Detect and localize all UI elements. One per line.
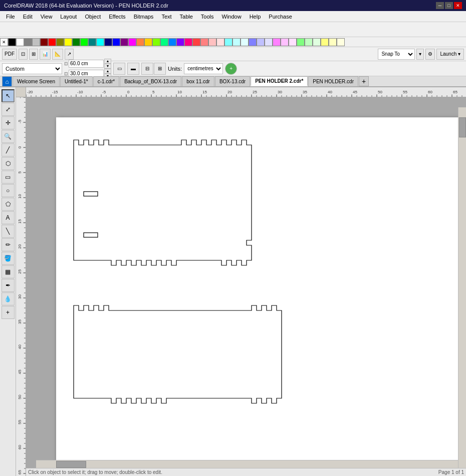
width-up[interactable]: ▲ [104, 59, 111, 64]
color-swatch-5[interactable] [48, 38, 56, 46]
doc-tab-7[interactable]: PEN HOLDER.cdr [308, 76, 358, 86]
units-select[interactable]: centimetres inches millimetres pixels [184, 63, 223, 74]
color-swatch-32[interactable] [265, 38, 273, 46]
pen-tool[interactable]: ✏ [2, 238, 15, 251]
color-swatch-41[interactable] [337, 38, 345, 46]
color-swatch-36[interactable] [297, 38, 305, 46]
add-tab-button[interactable]: + [359, 76, 369, 86]
doc-tab-2[interactable]: c-1.cdr* [93, 76, 119, 86]
select-tool[interactable]: ↖ [2, 89, 15, 102]
color-swatch-18[interactable] [152, 38, 160, 46]
add-tool[interactable]: + [2, 306, 15, 319]
canvas-content[interactable]: Click on object to select it; drag to mo… [26, 97, 466, 476]
color-swatch-2[interactable] [24, 38, 32, 46]
color-swatch-11[interactable] [96, 38, 104, 46]
calligraphy-tool[interactable]: ✒ [2, 279, 15, 292]
text-tool[interactable]: A [2, 211, 15, 224]
color-swatch-30[interactable] [249, 38, 257, 46]
menu-item-text[interactable]: Text [157, 13, 175, 21]
menu-item-table[interactable]: Table [176, 13, 197, 21]
color-swatch-1[interactable] [16, 38, 24, 46]
menu-item-file[interactable]: File [2, 13, 19, 21]
scrollbar-vertical[interactable] [458, 107, 466, 468]
color-swatch-26[interactable] [216, 38, 224, 46]
dropper-tool[interactable]: 💧 [2, 292, 15, 305]
graph-button[interactable]: 📊 [40, 49, 51, 60]
measure-button[interactable]: 📐 [52, 49, 63, 60]
grid-button[interactable]: ⊞ [154, 63, 166, 75]
color-swatch-39[interactable] [321, 38, 329, 46]
color-swatch-34[interactable] [281, 38, 289, 46]
maximize-button[interactable]: □ [445, 2, 453, 9]
bezier-tool[interactable]: ⬡ [2, 157, 15, 170]
snap-select[interactable]: Snap To Grid Guidelines [378, 49, 415, 60]
color-swatch-14[interactable] [120, 38, 128, 46]
color-swatch-4[interactable] [40, 38, 48, 46]
canvas-area[interactable]: Click on object to select it; drag to mo… [16, 87, 466, 476]
color-swatch-23[interactable] [192, 38, 200, 46]
menu-item-view[interactable]: View [37, 13, 57, 21]
freehand-tool[interactable]: ╱ [2, 143, 15, 156]
color-swatch-35[interactable] [289, 38, 297, 46]
rectangle-tool[interactable]: ▭ [2, 171, 15, 184]
color-swatch-17[interactable] [144, 38, 152, 46]
menu-item-edit[interactable]: Edit [19, 13, 37, 21]
color-swatch-9[interactable] [80, 38, 88, 46]
ellipse-tool[interactable]: ○ [2, 184, 15, 197]
pdf-button[interactable]: PDF [2, 49, 17, 60]
color-swatch-37[interactable] [305, 38, 313, 46]
menu-item-purchase[interactable]: Purchase [265, 13, 296, 21]
color-swatch-24[interactable] [200, 38, 208, 46]
minimize-button[interactable]: ─ [436, 2, 444, 9]
table-button[interactable]: ⊞ [29, 49, 38, 60]
doc-tab-0[interactable]: Welcome Screen [13, 76, 60, 86]
menu-item-window[interactable]: Window [218, 13, 246, 21]
color-swatch-12[interactable] [104, 38, 112, 46]
color-swatch-3[interactable] [32, 38, 40, 46]
color-swatch-7[interactable] [64, 38, 72, 46]
menu-item-bitmaps[interactable]: Bitmaps [130, 13, 158, 21]
zoom-tool[interactable]: 🔍 [2, 130, 15, 143]
color-swatch-21[interactable] [176, 38, 184, 46]
color-swatch-19[interactable] [160, 38, 168, 46]
color-swatch-25[interactable] [208, 38, 216, 46]
color-swatch-28[interactable] [232, 38, 241, 46]
menu-item-effects[interactable]: Effects [105, 13, 129, 21]
no-fill-swatch[interactable]: ✕ [0, 38, 8, 46]
preset-select[interactable]: Custom Letter A4 [2, 63, 62, 74]
pointer-button[interactable]: ↗ [65, 49, 74, 60]
color-swatch-33[interactable] [273, 38, 281, 46]
settings-button[interactable]: ⚙ [425, 49, 435, 60]
color-swatch-8[interactable] [72, 38, 80, 46]
color-swatch-38[interactable] [313, 38, 321, 46]
menu-item-tools[interactable]: Tools [197, 13, 218, 21]
page-layout-button[interactable]: ⊟ [141, 63, 153, 75]
width-input[interactable] [69, 60, 104, 68]
pan-tool[interactable]: ✛ [2, 116, 15, 129]
fill-tool[interactable]: 🪣 [2, 252, 15, 265]
scrollbar-horizontal[interactable] [36, 460, 458, 468]
zoom-to-fit[interactable]: ⊡ [19, 49, 28, 60]
doc-tab-3[interactable]: Backup_of_BOX-13.cdr [120, 76, 181, 86]
color-swatch-16[interactable] [136, 38, 144, 46]
width-down[interactable]: ▼ [104, 64, 111, 69]
landscape-button[interactable]: ▬ [127, 63, 139, 75]
portrait-button[interactable]: ▭ [113, 63, 125, 75]
node-tool[interactable]: ⤢ [2, 103, 15, 116]
doc-tab-1[interactable]: Untitled-1* [60, 76, 93, 86]
polygon-tool[interactable]: ⬠ [2, 198, 15, 211]
snap-chevron[interactable]: ▾ [416, 49, 424, 60]
color-swatch-15[interactable] [128, 38, 136, 46]
menu-item-object[interactable]: Object [81, 13, 105, 21]
line-tool[interactable]: ╲ [2, 225, 15, 238]
tab-home[interactable]: ⌂ [2, 76, 12, 86]
launch-button[interactable]: Launch ▾ [436, 49, 464, 60]
color-swatch-20[interactable] [168, 38, 176, 46]
color-swatch-10[interactable] [88, 38, 96, 46]
doc-tab-5[interactable]: BOX-13.cdr [215, 76, 250, 86]
menu-item-layout[interactable]: Layout [56, 13, 81, 21]
menu-item-help[interactable]: Help [246, 13, 265, 21]
doc-tab-4[interactable]: box 11.cdr [182, 76, 214, 86]
add-page-button[interactable]: + [225, 63, 237, 75]
doc-tab-6[interactable]: PEN HOLDER 2.cdr* [251, 76, 308, 86]
